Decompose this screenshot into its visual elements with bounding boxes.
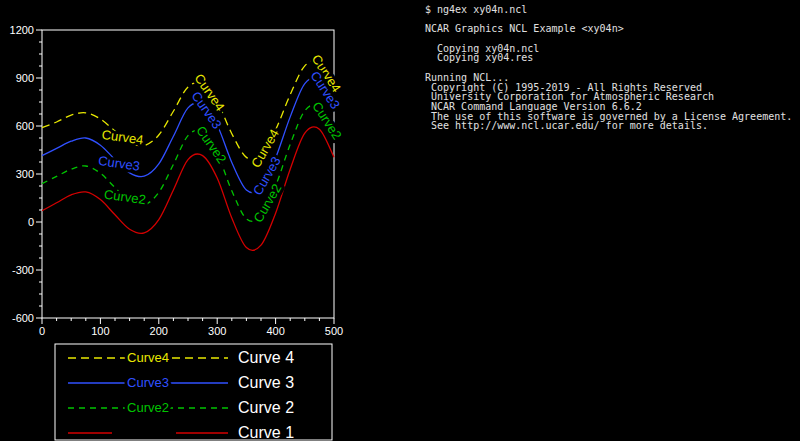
legend-line-label: Curve3 [127, 375, 169, 390]
screen: -600-300030060090012000100200300400500Cu… [0, 0, 800, 441]
y-tick-label: 600 [16, 120, 34, 132]
y-axis: -600-30003006009001200 [10, 24, 42, 324]
legend-line-label: Curve2 [127, 400, 169, 415]
ncar-graphics-window: -600-300030060090012000100200300400500Cu… [0, 0, 420, 441]
x-tick-label: 0 [39, 325, 45, 337]
curve-curve-2 [42, 105, 334, 222]
legend-label: Curve 4 [238, 349, 294, 366]
legend: Curve4Curve 4Curve3Curve 3Curve2Curve 2C… [55, 344, 332, 441]
y-tick-label: -600 [12, 312, 34, 324]
legend-label: Curve 3 [238, 374, 294, 391]
legend-row: Curve4Curve 4 [68, 349, 294, 366]
x-tick-label: 300 [208, 325, 226, 337]
x-tick-label: 500 [325, 325, 343, 337]
terminal-line: See http://www.ncl.ucar.edu/ for more de… [425, 121, 795, 131]
x-axis: 0100200300400500 [39, 318, 343, 337]
plot-frame [42, 30, 334, 318]
legend-row: Curve3Curve 3 [68, 374, 294, 391]
terminal-line: NCAR Graphics NCL Example <xy04n> [425, 24, 795, 34]
y-tick-label: -300 [12, 264, 34, 276]
legend-label: Curve 1 [238, 424, 294, 441]
legend-row: Curve2Curve 2 [68, 399, 294, 416]
xy-plot-canvas: -600-300030060090012000100200300400500Cu… [0, 0, 420, 441]
y-tick-label: 1200 [10, 24, 34, 36]
terminal-prompt-line[interactable]: $ ng4ex xy04n.ncl [425, 5, 795, 15]
y-tick-label: 0 [28, 216, 34, 228]
y-tick-label: 900 [16, 72, 34, 84]
legend-row: Curve 1 [68, 424, 294, 441]
terminal-output[interactable]: $ ng4ex xy04n.ncl NCAR Graphics NCL Exam… [425, 5, 795, 131]
x-tick-label: 100 [91, 325, 109, 337]
legend-line-label: Curve4 [127, 350, 169, 365]
y-tick-label: 300 [16, 168, 34, 180]
curve-inline-label: Curve4 [101, 127, 145, 148]
terminal-line: Copying xy04.res [425, 53, 795, 63]
x-tick-label: 400 [266, 325, 284, 337]
x-tick-label: 200 [150, 325, 168, 337]
legend-label: Curve 2 [238, 399, 294, 416]
curve-inline-label: Curve2 [103, 187, 147, 208]
curve-inline-label: Curve3 [97, 153, 141, 174]
